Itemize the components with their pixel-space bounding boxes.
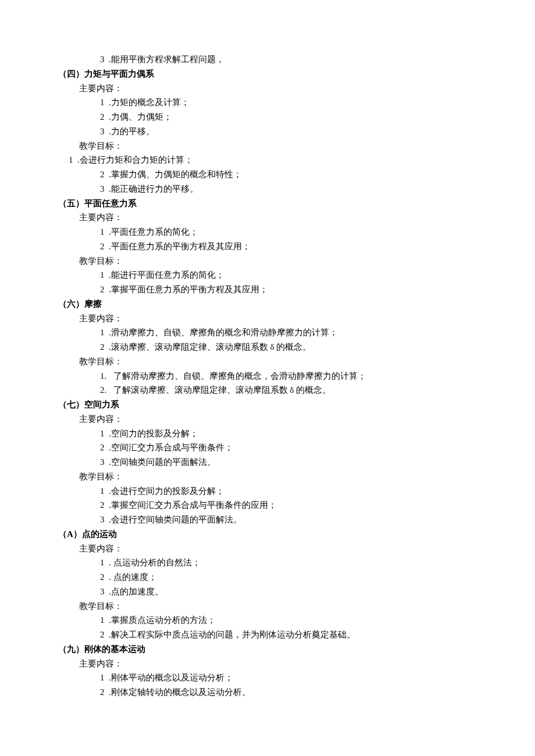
text-line: 2. 了解滚动摩擦、滚动摩阻定律、滚动摩阻系数 δ 的概念。: [58, 383, 477, 397]
text-line: 2 .掌握空间汇交力系合成与平衡条件的应用；: [58, 498, 477, 513]
text-line: 2 .力偶、力偶矩；: [58, 110, 477, 124]
text-line: 3 .会进行空间轴类问题的平面解法。: [58, 513, 477, 527]
text-line: 1 .滑动摩擦力、自锁、摩擦角的概念和滑动静摩擦力的计算；: [58, 325, 477, 340]
text-line: 1 .平面任意力系的简化；: [58, 225, 477, 239]
document-page: 3 .能用平衡方程求解工程问题，（四）力矩与平面力偶系主要内容：1 .力矩的概念…: [0, 0, 535, 756]
text-line: 主要内容：: [58, 311, 477, 326]
text-line: 教学目标：: [58, 599, 477, 614]
section-heading: （六）摩擦: [58, 297, 477, 311]
text-line: 教学目标：: [58, 354, 477, 369]
section-heading: （A）点的运动: [58, 527, 477, 542]
text-line: 3 .力的平移。: [58, 124, 477, 139]
text-line: 主要内容：: [58, 657, 477, 671]
text-line: 2 .平面任意力系的平衡方程及其应用；: [58, 239, 477, 254]
text-line: 教学目标：: [58, 470, 477, 484]
text-line: 2 .刚体定轴转动的概念以及运动分析。: [58, 685, 477, 700]
text-line: 1 .会进行力矩和合力矩的计算；: [58, 153, 477, 167]
section-heading: （七）空间力系: [58, 397, 477, 412]
text-line: 教学目标：: [58, 254, 477, 268]
text-line: 1 .掌握质点运动分析的方法；: [58, 613, 477, 628]
text-line: 1 .会进行空间力的投影及分解；: [58, 484, 477, 499]
section-heading: （九）刚体的基本运动: [58, 642, 477, 657]
text-line: 2 .滚动摩擦、滚动摩阻定律、滚动摩阻系数 δ 的概念。: [58, 340, 477, 354]
text-line: 3 .能正确进行力的平移。: [58, 182, 477, 196]
text-line: 1 .能进行平面任意力系的简化；: [58, 268, 477, 282]
text-line: 主要内容：: [58, 542, 477, 556]
section-heading: （五）平面任意力系: [58, 196, 477, 211]
text-line: 主要内容：: [58, 210, 477, 225]
text-line: 2 .掌握力偶、力偶矩的概念和特性；: [58, 167, 477, 182]
text-line: 1 .力矩的概念及计算；: [58, 95, 477, 110]
text-line: 教学目标：: [58, 139, 477, 153]
text-line: 1 . 点运动分析的自然法；: [58, 556, 477, 570]
text-line: 主要内容：: [58, 412, 477, 427]
text-line: 2 .解决工程实际中质点运动的问题，并为刚体运动分析奠定基础。: [58, 628, 477, 642]
text-line: 2 .空间汇交力系合成与平衡条件；: [58, 440, 477, 455]
section-heading: （四）力矩与平面力偶系: [58, 67, 477, 81]
text-line: 3 .空间轴类问题的平面解法。: [58, 455, 477, 470]
text-line: 1 .空间力的投影及分解；: [58, 427, 477, 441]
text-line: 2 . 点的速度；: [58, 570, 477, 585]
text-line: 1 .刚体平动的概念以及运动分析；: [58, 671, 477, 685]
text-line: 2 .掌握平面任意力系的平衡方程及其应用；: [58, 282, 477, 297]
text-line: 1. 了解滑动摩擦力、自锁、摩擦角的概念，会滑动静摩擦力的计算；: [58, 369, 477, 384]
text-line: 3 .能用平衡方程求解工程问题，: [58, 52, 477, 67]
text-line: 3 .点的加速度。: [58, 585, 477, 599]
text-line: 主要内容：: [58, 81, 477, 96]
